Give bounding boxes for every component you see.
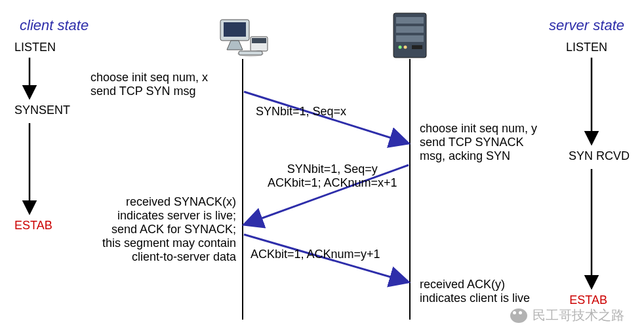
svg-rect-11 <box>251 37 268 51</box>
svg-rect-18 <box>396 35 424 42</box>
client-note-received: received SYNACK(x) indicates server is l… <box>85 195 236 264</box>
server-state-synrcvd: SYN RCVD <box>569 149 630 163</box>
server-state-title: server state <box>549 17 624 34</box>
message-syn-label: SYNbit=1, Seq=x <box>256 105 346 119</box>
svg-point-13 <box>237 50 264 57</box>
server-state-listen: LISTEN <box>566 41 607 54</box>
svg-point-19 <box>399 46 402 49</box>
message-ack-label: ACKbit=1, ACKnum=y+1 <box>251 248 380 261</box>
server-note-received: received ACK(y) indicates client is live <box>420 278 530 305</box>
client-pc-icon <box>220 20 268 57</box>
client-state-title: client state <box>20 17 89 34</box>
client-state-synsent: SYNSENT <box>14 103 70 117</box>
svg-rect-16 <box>396 17 424 24</box>
svg-rect-9 <box>220 20 249 41</box>
message-synack-label: SYNbit=1, Seq=y ACKbit=1; ACKnum=x+1 <box>268 162 397 190</box>
server-icon <box>393 13 426 58</box>
client-state-listen: LISTEN <box>14 41 56 54</box>
svg-point-20 <box>404 46 407 49</box>
svg-rect-21 <box>412 45 422 49</box>
watermark-text: 民工哥技术之路 <box>533 307 624 324</box>
client-state-estab: ESTAB <box>14 219 52 233</box>
svg-rect-14 <box>239 51 262 55</box>
wechat-icon <box>510 308 527 323</box>
watermark: 民工哥技术之路 <box>510 307 624 324</box>
svg-rect-12 <box>252 38 266 43</box>
svg-rect-17 <box>396 26 424 33</box>
svg-rect-15 <box>393 13 426 58</box>
svg-rect-10 <box>224 22 246 37</box>
server-state-estab: ESTAB <box>569 293 607 307</box>
server-note-choose: choose init seq num, y send TCP SYNACK m… <box>420 122 537 163</box>
client-note-choose: choose init seq num, x send TCP SYN msg <box>91 71 208 98</box>
